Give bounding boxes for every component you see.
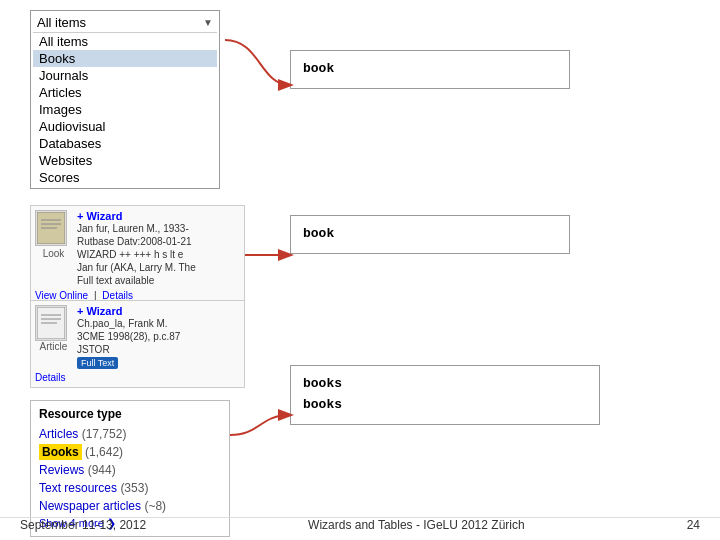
dropdown-item[interactable]: Books: [33, 50, 217, 67]
result-links-2: Details: [35, 372, 240, 383]
facets-title: Resource type: [39, 407, 221, 421]
chevron-down-icon: ▼: [203, 17, 213, 28]
footer: September 11-13, 2012 Wizards and Tables…: [0, 517, 720, 532]
dropdown-items-list: All itemsBooksJournalsArticlesImagesAudi…: [33, 32, 217, 186]
display-code-box: book: [290, 215, 570, 254]
look-label: Look: [43, 248, 65, 259]
dropdown-item[interactable]: Databases: [33, 135, 217, 152]
result-card-1: Look + Wizard Jan fur, Lauren M., 1933- …: [30, 205, 245, 312]
code-line: book: [303, 59, 557, 80]
dropdown-panel: All items ▼ All itemsBooksJournalsArticl…: [30, 10, 220, 189]
facet-item[interactable]: Articles (17,752): [39, 425, 221, 443]
fulltext-badge: Full Text: [77, 356, 240, 369]
result-meta-2: Rutbase Datv:2008-01-21: [77, 235, 240, 248]
footer-title: Wizards and Tables - IGeLU 2012 Zürich: [146, 518, 687, 532]
facet-item[interactable]: Text resources (353): [39, 479, 221, 497]
code-line: books: [303, 374, 587, 395]
result-meta-7: JSTOR: [77, 343, 240, 356]
result-content-2: + Wizard Ch.pao_la, Frank M. 3CME 1998(2…: [77, 305, 240, 369]
dropdown-header[interactable]: All items ▼: [33, 13, 217, 32]
facet-item[interactable]: Newspaper articles (~8): [39, 497, 221, 515]
facet-item[interactable]: Reviews (944): [39, 461, 221, 479]
dropdown-item[interactable]: All items: [33, 33, 217, 50]
dropdown-item[interactable]: Articles: [33, 84, 217, 101]
dropdown-selected-label: All items: [37, 15, 86, 30]
result-meta-5: Ch.pao_la, Frank M.: [77, 317, 240, 330]
wizard-result-1: Look + Wizard Jan fur, Lauren M., 1933- …: [30, 205, 245, 306]
dropdown-item[interactable]: Websites: [33, 152, 217, 169]
result-fulltext-status: Full text available: [77, 274, 240, 287]
footer-page: 24: [687, 518, 700, 532]
facets-code-box: books books: [290, 365, 600, 425]
result-header-1: Look + Wizard Jan fur, Lauren M., 1933- …: [35, 210, 240, 287]
result-meta-6: 3CME 1998(28), p.c.87: [77, 330, 240, 343]
result-content-1: + Wizard Jan fur, Lauren M., 1933- Rutba…: [77, 210, 240, 287]
fulltext-badge-label: Full Text: [77, 357, 118, 369]
result-header-2: Article + Wizard Ch.pao_la, Frank M. 3CM…: [35, 305, 240, 369]
code-line: books: [303, 395, 587, 416]
dropdown-item[interactable]: Images: [33, 101, 217, 118]
facets-items-list: Articles (17,752)Books (1,642)Reviews (9…: [39, 425, 221, 530]
details-link-2[interactable]: Details: [35, 372, 66, 383]
result-card-2: Article + Wizard Ch.pao_la, Frank M. 3CM…: [30, 300, 245, 394]
result-meta-3: WIZARD ++ +++ h s lt e: [77, 248, 240, 261]
dropdown-item[interactable]: Audiovisual: [33, 118, 217, 135]
result-title-2[interactable]: + Wizard: [77, 305, 240, 317]
result-meta-1: Jan fur, Lauren M., 1933-: [77, 222, 240, 235]
code-line: book: [303, 224, 557, 245]
dropdown-item[interactable]: Journals: [33, 67, 217, 84]
dropdown-item[interactable]: Scores: [33, 169, 217, 186]
result-title-1[interactable]: + Wizard: [77, 210, 240, 222]
facet-item[interactable]: Books (1,642): [39, 443, 221, 461]
article-label: Article: [40, 341, 68, 352]
result-thumbnail-1: [35, 210, 67, 246]
result-meta-4: Jan fur (AKA, Larry M. The: [77, 261, 240, 274]
dropdown-container: All items ▼ All itemsBooksJournalsArticl…: [30, 10, 220, 189]
result-thumbnail-2: [35, 305, 67, 341]
wizard-result-2: Article + Wizard Ch.pao_la, Frank M. 3CM…: [30, 300, 245, 388]
search-code-box: book: [290, 50, 570, 89]
footer-date: September 11-13, 2012: [20, 518, 146, 532]
